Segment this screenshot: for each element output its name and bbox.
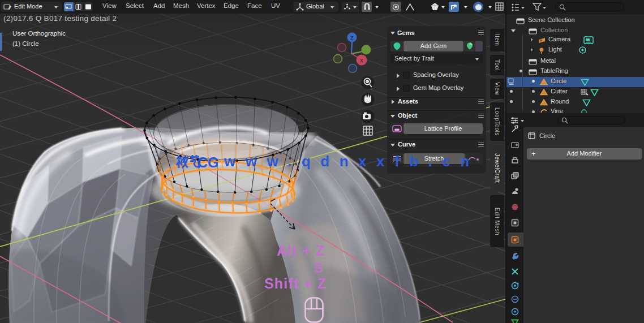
svg-text:CG: CG bbox=[198, 154, 219, 170]
svg-text:Z: Z bbox=[350, 35, 354, 41]
svg-text:X: X bbox=[360, 58, 363, 63]
